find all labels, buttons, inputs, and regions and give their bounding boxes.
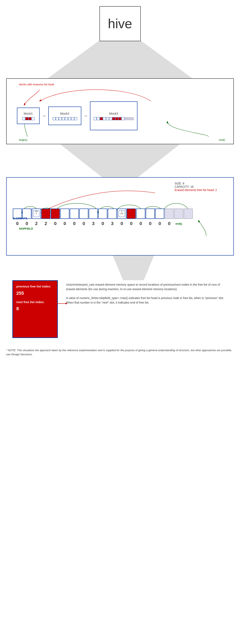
elem-cell-16	[165, 208, 174, 219]
skip-6: 0	[70, 221, 79, 226]
cell-2-bot: 8	[36, 213, 37, 215]
block1-cell-2	[29, 117, 31, 120]
skip-8: 3	[89, 221, 98, 226]
b2c7	[74, 117, 77, 120]
zoom-desc-2: A value of numeric_limits<skipfield_type…	[66, 296, 228, 305]
block2-label: block2	[60, 112, 69, 115]
next-value: 8	[16, 305, 54, 312]
hive-box: hive	[99, 6, 141, 41]
footer-note-text: * NOTE: This visualises the approach tak…	[6, 349, 232, 356]
b3c2	[100, 117, 103, 120]
skip-4: 0	[51, 221, 60, 226]
elem-cell-5	[60, 208, 69, 219]
zoom-box: previous free list index: 255 next free …	[12, 280, 58, 338]
elem-cell-11-inner: 2 255	[119, 210, 125, 217]
bottom-connector-trapezoid	[60, 144, 180, 177]
block1-cell-1	[25, 117, 28, 120]
bottom-connector-trapezoid-2	[113, 256, 154, 280]
elem-cell-7	[79, 208, 88, 219]
blocks-erasures-label: blocks with erasures list head	[19, 83, 54, 86]
b3c12	[131, 117, 134, 120]
b2c5	[68, 117, 71, 120]
elem-cell-11: 2 255	[117, 208, 126, 219]
elements-section-label: ELEMENTS	[13, 217, 28, 220]
block1-label: block1	[24, 112, 33, 115]
end-label: end()	[219, 138, 225, 141]
prev-label: previous free list index:	[16, 284, 54, 289]
skipfield-section-label: SKIPFIELD	[19, 227, 233, 230]
hive-title: hive	[108, 16, 132, 31]
skip-1: 0	[22, 221, 31, 226]
skip-15: 0	[155, 221, 164, 226]
b3c9	[122, 117, 124, 120]
elem-cell-12	[127, 208, 136, 219]
skip-9: 0	[98, 221, 107, 226]
b2c0	[53, 117, 56, 120]
elem-cell-3	[41, 208, 50, 219]
elem-cell-17	[174, 208, 183, 219]
block1-box: block1	[17, 108, 40, 124]
top-connector-trapezoid	[48, 41, 192, 78]
b3c0	[94, 117, 97, 120]
block3-cells	[94, 117, 134, 120]
blocks-row: block1 → block2 →	[17, 102, 227, 130]
b2c2	[59, 117, 62, 120]
b3c11	[128, 117, 131, 120]
begin-label: begin()	[19, 138, 27, 141]
elem-cell-2: 255 8	[32, 208, 41, 219]
elements-row: 255 8 2 255	[13, 208, 227, 219]
b2c3	[62, 117, 65, 120]
b3c3	[103, 117, 106, 120]
zoom-arrow-svg	[57, 302, 68, 306]
skipfield-end-label: end()	[175, 222, 182, 225]
elem-cell-4	[51, 208, 60, 219]
block3-box: block3	[90, 102, 137, 130]
elem-cell-6	[70, 208, 79, 219]
elem-cell-14	[146, 208, 155, 219]
elem-cell-10	[108, 208, 117, 219]
elem-cell-13	[136, 208, 145, 219]
hive-section: hive	[0, 0, 240, 78]
svg-marker-0	[65, 303, 68, 304]
block1-cell-3	[32, 117, 35, 120]
elements-wrapper: 255 8 2 255	[13, 208, 227, 219]
block1-cell-0	[22, 117, 25, 120]
size-label: SIZE: 8	[175, 182, 217, 185]
zoom-desc-1: Union/reinterpret_cast erased element me…	[66, 282, 228, 292]
skipfield-wrapper: 0 0 2 2 0 0 0 0 3 0 3 0 0 0 0 0 0 end() …	[13, 221, 227, 230]
elem-cell-2-inner: 255 8	[33, 210, 39, 217]
skip-14: 0	[146, 221, 155, 226]
skip-0: 0	[13, 221, 22, 226]
detail-section: SIZE: 8 CAPACITY: 16 Erased elements fre…	[6, 177, 234, 256]
capacity-label: CAPACITY: 16	[175, 185, 217, 188]
detail-info: SIZE: 8 CAPACITY: 16 Erased elements fre…	[175, 182, 217, 192]
b3c1	[97, 117, 100, 120]
b2c1	[56, 117, 59, 120]
zoom-description: Union/reinterpret_cast erased element me…	[66, 280, 228, 309]
next-label: next free list index:	[16, 300, 54, 304]
skip-11: 0	[117, 221, 126, 226]
b3c5	[109, 117, 112, 120]
skipfield-row: 0 0 2 2 0 0 0 0 3 0 3 0 0 0 0 0 0 end()	[13, 221, 227, 226]
prev-value: 255	[16, 290, 54, 296]
b3c8	[118, 117, 121, 120]
skip-3: 2	[41, 221, 50, 226]
b3c6	[112, 117, 115, 120]
b2c4	[65, 117, 68, 120]
b3c4	[106, 117, 109, 120]
skip-7: 0	[79, 221, 88, 226]
arrow-block1-block2: →	[42, 113, 46, 118]
block1-cells	[22, 117, 35, 120]
elem-cell-18	[184, 208, 193, 219]
elem-cell-8	[89, 208, 98, 219]
b3c7	[115, 117, 118, 120]
zoom-section: previous free list index: 255 next free …	[12, 280, 228, 346]
block2-box: block2	[48, 106, 81, 125]
b3c10	[125, 117, 128, 120]
footer-note: * NOTE: This visualises the approach tak…	[6, 348, 234, 356]
skip-10: 3	[108, 221, 117, 226]
skip-2: 2	[32, 221, 41, 226]
cell-11-bot: 255	[120, 213, 123, 215]
block3-label: block3	[109, 112, 118, 115]
arrow-block2-block3: →	[83, 113, 88, 118]
